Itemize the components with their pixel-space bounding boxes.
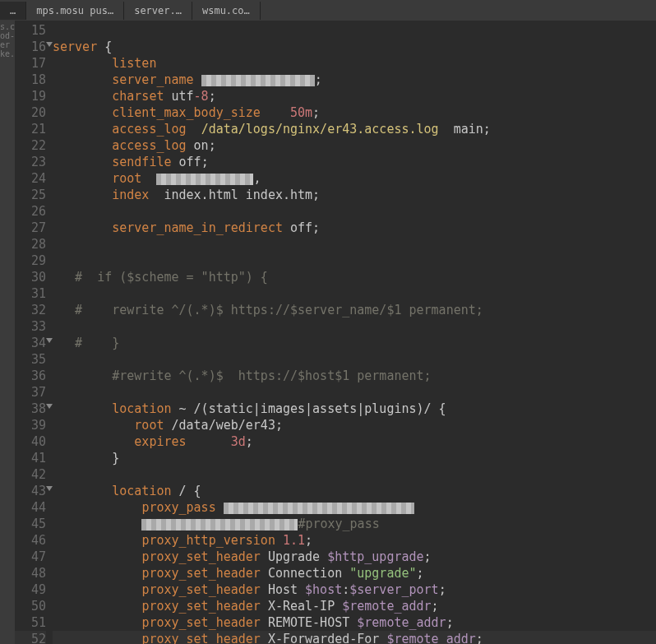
code-line[interactable] (53, 203, 656, 220)
line-number: 42 (15, 466, 46, 483)
side-panel-text: er (0, 40, 15, 49)
fold-caret-icon[interactable] (46, 404, 53, 409)
code-line[interactable]: # if ($scheme = "http") { (53, 269, 656, 285)
code-line[interactable]: root , (53, 170, 656, 187)
code-line[interactable]: location ~ /(static|images|assets|plugin… (53, 401, 656, 417)
fold-caret-icon[interactable] (46, 42, 53, 47)
line-number: 39 (15, 417, 46, 433)
line-number: 25 (15, 187, 46, 203)
code-line[interactable] (53, 285, 656, 302)
code-line[interactable]: proxy_set_header Upgrade $http_upgrade; (53, 549, 656, 565)
line-number: 41 (15, 450, 46, 466)
code-line[interactable]: root /data/web/er43; (53, 417, 656, 433)
redacted-text (156, 174, 253, 185)
line-number: 45 (15, 516, 46, 532)
line-number: 31 (15, 285, 46, 302)
code-line[interactable]: proxy_set_header REMOTE-HOST $remote_add… (53, 614, 656, 631)
redacted-text (141, 519, 298, 530)
code-line[interactable] (53, 236, 656, 253)
code-line[interactable]: server_name_in_redirect off; (53, 220, 656, 236)
tab-label: server.… (134, 5, 182, 16)
line-number: 22 (15, 137, 46, 154)
code-line[interactable]: client_max_body_size 50m; (53, 104, 656, 121)
line-number: 38 (15, 401, 46, 417)
code-line[interactable] (53, 22, 656, 39)
code-line[interactable]: # } (53, 335, 656, 351)
code-line[interactable]: proxy_pass (53, 499, 656, 516)
code-line[interactable]: } (53, 450, 656, 466)
fold-caret-icon[interactable] (46, 338, 53, 343)
line-number: 51 (15, 614, 46, 631)
line-number: 21 (15, 121, 46, 137)
code-line[interactable] (53, 351, 656, 368)
code-area[interactable]: server { listen server_name ; charset ut… (53, 21, 656, 644)
line-number: 28 (15, 236, 46, 253)
line-number-gutter: 1516171819202122232425262728293031323334… (15, 21, 53, 644)
line-number: 44 (15, 499, 46, 516)
code-line[interactable]: expires 3d; (53, 433, 656, 450)
code-line[interactable]: proxy_set_header Connection "upgrade"; (53, 565, 656, 581)
line-number: 19 (15, 88, 46, 104)
line-number: 26 (15, 203, 46, 220)
code-line[interactable]: #rewrite ^(.*)$ https://$host$1 permanen… (53, 368, 656, 384)
code-line[interactable]: sendfile off; (53, 154, 656, 170)
code-line[interactable]: proxy_set_header X-Forwarded-For $remote… (53, 631, 656, 644)
line-number: 35 (15, 351, 46, 368)
code-line[interactable]: # rewrite ^/(.*)$ https://$server_name/$… (53, 302, 656, 318)
redacted-text (201, 75, 315, 86)
tab-2[interactable]: mps.mosu pus… (26, 2, 124, 20)
code-line[interactable]: index index.html index.htm; (53, 187, 656, 203)
code-line[interactable] (53, 466, 656, 483)
tab-bar: … mps.mosu pus… server.… wsmu.co… (0, 0, 656, 21)
line-number: 16 (15, 39, 46, 55)
line-number: 49 (15, 581, 46, 598)
code-line[interactable]: server_name ; (53, 72, 656, 88)
code-line[interactable]: charset utf-8; (53, 88, 656, 104)
side-panel-text: od- (0, 31, 15, 40)
line-number: 33 (15, 318, 46, 335)
side-panel-text: ke. (0, 49, 15, 58)
tab-label: mps.mosu pus… (36, 5, 113, 16)
tab-active[interactable]: … (0, 2, 26, 20)
line-number: 50 (15, 598, 46, 614)
line-number: 23 (15, 154, 46, 170)
side-panel-sliver: s.c od- er ke. (0, 21, 15, 644)
line-number: 18 (15, 72, 46, 88)
code-line[interactable] (53, 384, 656, 401)
code-line[interactable] (53, 253, 656, 269)
line-number: 34 (15, 335, 46, 351)
line-number: 15 (15, 22, 46, 39)
code-line[interactable]: server { (53, 39, 656, 55)
line-number: 36 (15, 368, 46, 384)
line-number: 32 (15, 302, 46, 318)
line-number: 47 (15, 549, 46, 565)
redacted-text (224, 503, 414, 514)
tab-3[interactable]: server.… (124, 2, 192, 20)
code-line[interactable]: access_log /data/logs/nginx/er43.access.… (53, 121, 656, 137)
code-line[interactable]: proxy_set_header Host $host:$server_port… (53, 581, 656, 598)
line-number: 37 (15, 384, 46, 401)
code-line[interactable]: proxy_set_header X-Real-IP $remote_addr; (53, 598, 656, 614)
code-line[interactable]: proxy_http_version 1.1; (53, 532, 656, 549)
fold-caret-icon[interactable] (46, 486, 53, 491)
code-line[interactable]: location / { (53, 483, 656, 499)
line-number: 46 (15, 532, 46, 549)
code-editor[interactable]: 1516171819202122232425262728293031323334… (15, 21, 656, 644)
tab-label: … (10, 5, 16, 16)
line-number: 43 (15, 483, 46, 499)
line-number: 48 (15, 565, 46, 581)
tab-label: wsmu.co… (202, 5, 250, 16)
code-line[interactable]: access_log on; (53, 137, 656, 154)
line-number: 27 (15, 220, 46, 236)
line-number: 24 (15, 170, 46, 187)
line-number: 40 (15, 433, 46, 450)
tab-4[interactable]: wsmu.co… (192, 2, 261, 20)
side-panel-text: s.c (0, 22, 15, 31)
code-line[interactable]: #proxy_pass (53, 516, 656, 532)
line-number: 20 (15, 104, 46, 121)
code-line[interactable]: listen (53, 55, 656, 72)
code-line[interactable] (53, 318, 656, 335)
line-number: 30 (15, 269, 46, 285)
line-number: 29 (15, 253, 46, 269)
line-number: 52 (15, 631, 46, 644)
